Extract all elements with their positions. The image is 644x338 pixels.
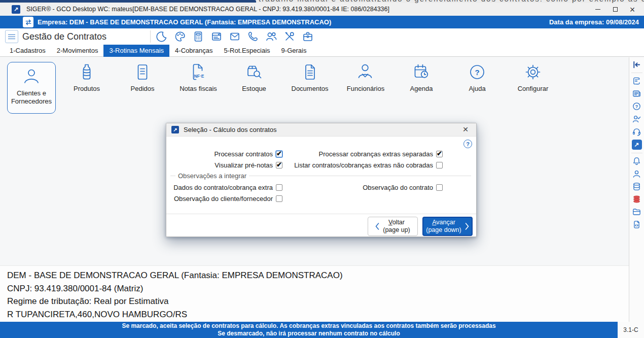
collapse-sidebar-icon[interactable] — [632, 60, 641, 70]
siger-logo-icon: ↗ — [171, 126, 179, 133]
nfe-document-icon: NF·E — [188, 62, 208, 82]
maximize-button[interactable] — [606, 3, 624, 16]
minimize-icon — [595, 9, 600, 10]
window-title: SIGER® - GCO Desktop WC: mateus[DEM-BASE… — [26, 3, 389, 16]
checkbox-label: Visualizar pré-notas — [214, 161, 273, 169]
shortcut-label: Funcionários — [338, 85, 393, 93]
shortcut-label: Pedidos — [115, 85, 170, 93]
help-icon[interactable]: ? — [632, 102, 641, 111]
person-icon — [21, 66, 42, 87]
news-icon[interactable] — [632, 89, 641, 98]
company-name-label: Empresa: DEM - BASE DE DEMONSTRACAO GERA… — [38, 16, 331, 28]
observacao-cliente-checkbox[interactable] — [276, 195, 282, 202]
swap-arrows-icon — [24, 18, 32, 26]
company-info-line: Regime de tributação: Real por Estimativ… — [7, 295, 629, 308]
siger-logo-icon: ↗ — [12, 5, 20, 14]
checkbox-label: Processar contratos — [214, 150, 273, 158]
shortcut-clientes-fornecedores[interactable]: Clientes e Fornecedores — [7, 62, 56, 114]
hamburger-menu-button[interactable] — [5, 30, 18, 43]
avancar-button[interactable]: Avançar(page down) — [422, 217, 473, 236]
listar-contratos-checkbox[interactable] — [436, 162, 443, 168]
tab-rot-especiais[interactable]: 5-Rot.Especiais — [219, 45, 276, 57]
right-sidebar: ? ↗ — [629, 57, 644, 338]
version-label: 3.1-C — [618, 322, 644, 338]
group-label: Observações a integrar — [175, 172, 249, 180]
company-info-panel: DEM - BASE DE DEMONSTRACAO GERAL (Fantas… — [0, 265, 629, 322]
company-info-line: DEM - BASE DE DEMONSTRACAO GERAL (Fantas… — [7, 269, 629, 282]
shortcut-agenda[interactable]: Agenda — [393, 62, 449, 93]
minimize-button[interactable] — [589, 3, 606, 16]
field-processar-contratos: Processar contratos — [214, 150, 282, 158]
dialog-help-icon[interactable]: ? — [463, 140, 472, 148]
shortcut-notas-fiscais[interactable]: NF·E Notas fiscais — [170, 62, 226, 93]
shortcut-label: Documentos — [282, 85, 338, 93]
close-button[interactable]: × — [624, 3, 641, 16]
document-icon — [300, 62, 320, 82]
company-bar: Empresa: DEM - BASE DE DEMONSTRACAO GERA… — [0, 16, 644, 28]
voltar-button[interactable]: Voltar(page up) — [368, 217, 418, 236]
user-icon[interactable] — [632, 169, 641, 179]
tab-gerais[interactable]: 9-Gerais — [276, 45, 312, 57]
script-icon[interactable] — [632, 76, 641, 86]
shortcut-produtos[interactable]: Produtos — [59, 62, 115, 93]
tab-cadastros[interactable]: 1-Cadastros — [4, 45, 51, 57]
observacao-contrato-checkbox[interactable] — [436, 184, 443, 191]
svg-text:NF·E: NF·E — [194, 74, 204, 79]
chevron-left-icon — [375, 223, 379, 230]
theme-palette-icon[interactable] — [173, 30, 187, 43]
dados-contrato-checkbox[interactable] — [276, 184, 282, 191]
shortcut-funcionarios[interactable]: Funcionários — [338, 62, 393, 93]
visualizar-pre-notas-checkbox[interactable] — [276, 162, 282, 168]
calculator-icon[interactable] — [192, 30, 205, 43]
shortcut-documentos[interactable]: Documentos — [282, 62, 338, 93]
night-mode-icon[interactable] — [155, 30, 168, 43]
switch-company-button[interactable] — [23, 17, 33, 27]
shortcut-configurar[interactable]: Configurar — [505, 62, 561, 93]
sidebar-separator — [631, 153, 642, 153]
checkbox-label: Listar contratos/cobranças extras não co… — [294, 161, 433, 169]
dialog-title: Seleção - Cálculo dos contratos — [184, 123, 277, 137]
checkbox-label: Observação do contrato — [363, 184, 433, 191]
contacts-icon[interactable] — [265, 30, 278, 43]
shortcut-label: Produtos — [59, 85, 115, 93]
phone-icon[interactable] — [246, 30, 260, 43]
tab-movimentos[interactable]: 2-Movimentos — [51, 45, 104, 57]
company-info-line: R TUPANCIRETA,460,NOVO HAMBURGO/RS — [7, 308, 629, 321]
module-title: Gestão de Contratos — [22, 28, 106, 45]
svg-text:?: ? — [635, 104, 638, 109]
menu-divider — [150, 30, 151, 43]
shortcut-ajuda[interactable]: ? Ajuda — [449, 62, 505, 93]
sidebar-separator — [631, 73, 642, 73]
briefcase-icon[interactable] — [301, 30, 314, 43]
shortcut-label: Configurar — [505, 85, 561, 93]
shortcut-estoque[interactable]: Estoque — [226, 62, 282, 93]
status-line-1: Se marcado, aceita seleção de contratos … — [0, 322, 618, 330]
database-icon[interactable] — [632, 182, 641, 191]
tab-cobrancas[interactable]: 4-Cobranças — [169, 45, 218, 57]
file-code-icon[interactable] — [632, 220, 641, 229]
shortcut-label: Ajuda — [449, 85, 505, 93]
chevron-right-icon — [465, 223, 469, 230]
shortcut-label: Notas fiscais — [170, 85, 226, 93]
browser-window-icon[interactable] — [210, 30, 223, 43]
tools-icon[interactable] — [283, 30, 296, 43]
siger-logo-icon[interactable]: ↗ — [632, 140, 642, 150]
folder-icon[interactable] — [632, 207, 641, 217]
shortcut-label: Clientes e Fornecedores — [8, 89, 55, 106]
field-observacao-cliente: Observação do cliente/fornecedor — [174, 194, 282, 202]
shortcut-pedidos[interactable]: Pedidos — [115, 62, 170, 93]
dialog-close-button[interactable]: × — [460, 123, 471, 137]
support-headset-icon[interactable] — [632, 127, 641, 137]
processar-contratos-checkbox[interactable] — [276, 151, 282, 157]
financial-database-icon[interactable] — [632, 194, 641, 204]
checkbox-label: Observação do cliente/fornecedor — [174, 195, 273, 202]
status-bar: Se marcado, aceita seleção de contratos … — [0, 322, 618, 338]
user-check-icon[interactable] — [632, 114, 641, 124]
tab-rotinas-mensais[interactable]: 3-Rotinas Mensais — [103, 45, 169, 57]
notifications-bell-icon[interactable] — [632, 156, 641, 166]
processar-cobrancas-extras-checkbox[interactable] — [436, 151, 443, 157]
close-icon: × — [630, 5, 635, 14]
mail-icon[interactable] — [228, 30, 241, 43]
box-search-icon — [244, 62, 264, 82]
help-circle-icon: ? — [467, 62, 487, 82]
